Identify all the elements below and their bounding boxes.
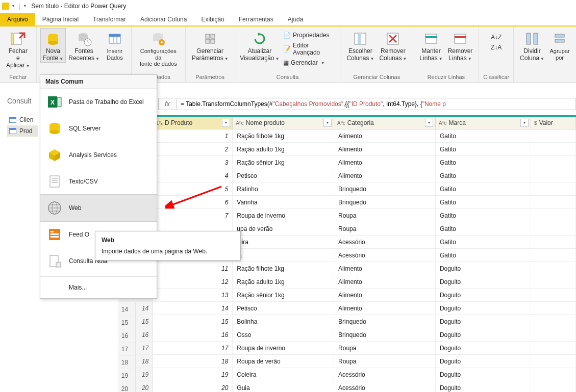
- cell-id[interactable]: 13: [153, 289, 233, 301]
- col-header-id[interactable]: 1²₃ D Produto ▾: [153, 117, 233, 129]
- remover-colunas-button[interactable]: RemoverColunas▼: [377, 29, 409, 62]
- cell-nome[interactable]: Roupa de verão: [233, 355, 334, 368]
- cell-valor[interactable]: [531, 156, 576, 169]
- cell-id[interactable]: 18: [153, 355, 233, 368]
- cell-valor[interactable]: [531, 275, 576, 288]
- col-header-nome[interactable]: Aᴮc Nome produto ▾: [233, 117, 334, 129]
- cell-valor[interactable]: [531, 328, 576, 341]
- query-item-prod[interactable]: Prod: [7, 125, 38, 137]
- sort-asc-button[interactable]: A↓Z: [489, 33, 504, 42]
- query-item-clien[interactable]: Clien: [7, 114, 38, 125]
- cell-categoria[interactable]: Roupa: [334, 222, 436, 235]
- formula-input[interactable]: = Table.TransformColumnTypes(# "Cabeçalh…: [177, 98, 576, 110]
- source-web[interactable]: Web: [40, 195, 157, 221]
- cell-valor[interactable]: [531, 355, 576, 368]
- cell-nome[interactable]: Ração sênior 1kg: [233, 156, 334, 169]
- cell-id[interactable]: 17: [153, 342, 233, 354]
- cell-marca[interactable]: Doguito: [436, 315, 531, 328]
- cell-marca[interactable]: Gatito: [436, 143, 531, 155]
- cell-marca[interactable]: Gatito: [436, 182, 531, 195]
- cell-nome[interactable]: Petisco: [233, 169, 334, 182]
- cell-marca[interactable]: Doguito: [436, 342, 531, 354]
- table-row[interactable]: 44PetiscoAlimentoGatito: [118, 169, 576, 182]
- filter-dropdown-icon[interactable]: ▾: [520, 119, 529, 127]
- table-row[interactable]: 1313Ração sênior 1kgAlimentoDoguito: [118, 289, 576, 302]
- cell-nome[interactable]: Bolinha: [233, 315, 334, 328]
- tab-arquivo[interactable]: Arquivo: [0, 13, 35, 25]
- manter-linhas-button[interactable]: ManterLinhas▼: [417, 29, 444, 62]
- cell-nome[interactable]: Coleira: [233, 368, 334, 381]
- cell-categoria[interactable]: Acessório: [334, 236, 436, 248]
- tab-ajuda[interactable]: Ajuda: [281, 13, 311, 25]
- fontes-recentes-button[interactable]: FontesRecentes▼: [66, 29, 102, 62]
- cell-nome[interactable]: ia: [233, 249, 334, 262]
- cell-id[interactable]: 2: [153, 143, 233, 155]
- table-row[interactable]: 1919ColeiraAcessórioDoguito: [118, 368, 576, 381]
- cell-valor[interactable]: [531, 222, 576, 235]
- cell-nome[interactable]: Ração filhote 1kg: [233, 129, 334, 142]
- cell-categoria[interactable]: Alimento: [334, 302, 436, 315]
- cell-valor[interactable]: [531, 182, 576, 195]
- table-row[interactable]: 1818Roupa de verãoRoupaDoguito: [118, 355, 576, 368]
- table-row[interactable]: 33Ração sênior 1kgAlimentoGatito: [118, 156, 576, 169]
- cell-id[interactable]: 16: [153, 328, 233, 341]
- cell-categoria[interactable]: Alimento: [334, 129, 436, 142]
- agrupar-por-button[interactable]: Agruparpor: [547, 29, 572, 61]
- atualizar-visualizacao-button[interactable]: AtualizarVisualização▼: [239, 29, 280, 62]
- cell-marca[interactable]: Doguito: [436, 355, 531, 368]
- cell-categoria[interactable]: Brinquedo: [334, 315, 436, 328]
- cell-id[interactable]: 4: [153, 169, 233, 182]
- cell-id[interactable]: 12: [153, 275, 233, 288]
- cell-nome[interactable]: Ração adulto 1kg: [233, 143, 334, 155]
- cell-categoria[interactable]: Acessório: [334, 381, 436, 392]
- cell-valor[interactable]: [531, 381, 576, 392]
- cell-valor[interactable]: [531, 262, 576, 275]
- qat-dropdown2-icon[interactable]: ▾: [23, 4, 27, 8]
- table-row[interactable]: 1212Ração adulto 1kgAlimentoDoguito: [118, 275, 576, 289]
- cell-nome[interactable]: Roupa de inverno: [233, 342, 334, 354]
- cell-categoria[interactable]: Alimento: [334, 262, 436, 275]
- cell-categoria[interactable]: Alimento: [334, 275, 436, 288]
- cell-marca[interactable]: Doguito: [436, 262, 531, 275]
- cell-id[interactable]: 11: [153, 262, 233, 275]
- cell-categoria[interactable]: Acessório: [334, 368, 436, 381]
- config-fonte-dados-button[interactable]: Configurações dafonte de dados: [136, 29, 181, 67]
- table-row[interactable]: 1616OssoBrinquedoDoguito: [118, 328, 576, 342]
- table-row[interactable]: 2020GuiaAcessórioDoguito: [118, 381, 576, 392]
- table-row[interactable]: 22Ração adulto 1kgAlimentoGatito: [118, 143, 576, 156]
- table-row[interactable]: 1717Roupa de invernoRoupaDoguito: [118, 342, 576, 355]
- cell-id[interactable]: 1: [153, 129, 233, 142]
- filter-dropdown-icon[interactable]: ▾: [222, 119, 230, 127]
- cell-valor[interactable]: [531, 342, 576, 354]
- remover-linhas-button[interactable]: RemoverLinhas▼: [446, 29, 475, 62]
- cell-categoria[interactable]: Roupa: [334, 209, 436, 222]
- source-excel[interactable]: X Pasta de Trabalho do Excel: [40, 89, 157, 115]
- table-row[interactable]: 1515BolinhaBrinquedoDoguito: [118, 315, 576, 328]
- cell-marca[interactable]: Gatito: [436, 222, 531, 235]
- cell-id[interactable]: 14: [153, 302, 233, 315]
- cell-nome[interactable]: Ração adulto 1kg: [233, 275, 334, 288]
- cell-valor[interactable]: [531, 209, 576, 222]
- cell-nome[interactable]: Varinha: [233, 196, 334, 208]
- cell-marca[interactable]: Doguito: [436, 328, 531, 341]
- table-row[interactable]: 11Ração filhote 1kgAlimentoGatito: [118, 129, 576, 143]
- cell-valor[interactable]: [531, 249, 576, 262]
- cell-marca[interactable]: Gatito: [436, 156, 531, 169]
- cell-valor[interactable]: [531, 315, 576, 328]
- cell-nome[interactable]: leira: [233, 236, 334, 248]
- cell-categoria[interactable]: Roupa: [334, 342, 436, 354]
- filter-dropdown-icon[interactable]: ▾: [323, 119, 332, 127]
- source-sqlserver[interactable]: SQL Server: [40, 115, 157, 142]
- cell-nome[interactable]: Osso: [233, 328, 334, 341]
- table-row[interactable]: 1414PetiscoAlimentoDoguito: [118, 302, 576, 315]
- col-header-marca[interactable]: Aᴮc Marca ▾: [436, 117, 531, 129]
- cell-marca[interactable]: Doguito: [436, 381, 531, 392]
- cell-valor[interactable]: [531, 368, 576, 381]
- gerenciar-button[interactable]: ▦Gerenciar▼: [281, 58, 336, 67]
- cell-id[interactable]: 15: [153, 315, 233, 328]
- cell-marca[interactable]: Doguito: [436, 275, 531, 288]
- cell-id[interactable]: 20: [153, 381, 233, 392]
- cell-categoria[interactable]: Alimento: [334, 169, 436, 182]
- source-analysis-services[interactable]: Analysis Services: [40, 142, 157, 168]
- cell-marca[interactable]: Gatito: [436, 236, 531, 248]
